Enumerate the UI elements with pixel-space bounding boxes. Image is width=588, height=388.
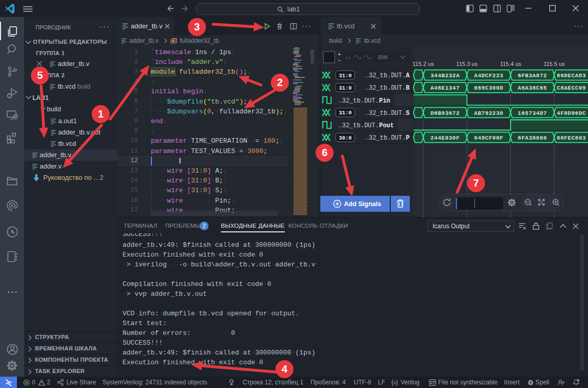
svg-text:30:0: 30:0 xyxy=(339,135,352,141)
svg-text:A6A38C65: A6A38C65 xyxy=(518,85,547,91)
svg-text:4F8D96DC: 4F8D96DC xyxy=(557,110,586,116)
svg-text:244E030F: 244E030F xyxy=(430,135,460,141)
svg-text:…32_tb.DUT.A: …32_tb.DUT.A xyxy=(365,72,410,79)
svg-text:6FA38860: 6FA38860 xyxy=(518,135,547,141)
svg-text:6FB3A872: 6FB3A872 xyxy=(518,73,547,79)
svg-text:A46E1347: A46E1347 xyxy=(430,85,460,91)
svg-text:D8B93672: D8B93672 xyxy=(430,110,460,116)
svg-text:00FEC803: 00FEC803 xyxy=(557,135,586,141)
svg-text:165734D7: 165734D7 xyxy=(518,110,547,116)
svg-text:115.4 us: 115.4 us xyxy=(500,61,522,67)
svg-text:…32_tb.DUT.Pout: …32_tb.DUT.Pout xyxy=(338,122,394,129)
svg-text:AB792230: AB792230 xyxy=(474,110,504,116)
svg-text:xx: xx xyxy=(345,56,351,61)
svg-text:344B232A: 344B232A xyxy=(430,73,460,79)
svg-text:+: + xyxy=(338,51,341,57)
svg-text:Add Signals: Add Signals xyxy=(344,200,381,208)
svg-text:31:0: 31:0 xyxy=(339,85,352,91)
svg-text:−: − xyxy=(338,57,341,63)
svg-text:C8AECC09: C8AECC09 xyxy=(557,85,586,91)
svg-text:…32_tb.DUT.S: …32_tb.DUT.S xyxy=(365,110,409,117)
svg-text:BIN: BIN xyxy=(378,54,388,60)
svg-text:…32_tb.DUT.P: …32_tb.DUT.P xyxy=(365,134,409,142)
svg-text:115.3 us: 115.3 us xyxy=(456,61,478,67)
svg-text:115.2 us: 115.2 us xyxy=(412,61,434,67)
svg-text:A4DCF223: A4DCF223 xyxy=(474,73,504,79)
svg-text:86DECAD3: 86DECAD3 xyxy=(557,73,586,79)
svg-text:…32_tb.DUT.B: …32_tb.DUT.B xyxy=(365,85,409,92)
svg-text:31:0: 31:0 xyxy=(339,73,352,79)
svg-text:049CF00F: 049CF00F xyxy=(474,135,504,141)
svg-text:069C300D: 069C300D xyxy=(474,85,504,91)
svg-text:…32_tb.DUT.Pin: …32_tb.DUT.Pin xyxy=(338,97,390,105)
svg-text:115.5 us: 115.5 us xyxy=(544,61,565,67)
svg-text:31:0: 31:0 xyxy=(339,110,352,116)
